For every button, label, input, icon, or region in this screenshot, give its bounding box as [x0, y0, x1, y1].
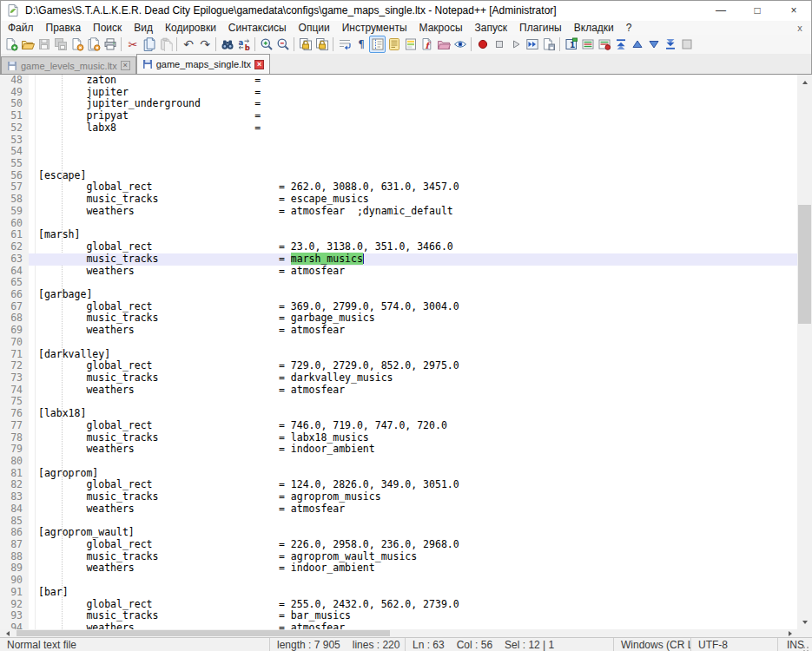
code-text[interactable] [29, 135, 797, 147]
status-typing-mode[interactable]: INS [777, 638, 812, 651]
menu-search[interactable]: Поиск [87, 21, 128, 35]
code-text[interactable]: global_rect = 124.0, 2826.0, 349.0, 3051… [29, 479, 797, 491]
tab-close-icon[interactable]: × [254, 60, 264, 69]
close-all-button[interactable] [85, 36, 102, 53]
code-text[interactable] [29, 146, 797, 158]
code-text[interactable]: weathers = atmosfear [29, 325, 797, 337]
function-list-button[interactable]: f [419, 36, 435, 53]
code-text[interactable] [29, 575, 797, 587]
sync-horizontal-scrolling-button[interactable] [314, 36, 330, 53]
code-text[interactable]: [escape] [29, 170, 797, 182]
document-map-button[interactable] [386, 36, 402, 53]
tab-game-levels-music[interactable]: game_levels_music.ltx× [1, 56, 136, 74]
redo-button[interactable]: ↷ [196, 36, 213, 53]
save-recorded-macro-button[interactable] [540, 36, 557, 53]
code-text[interactable]: labx8 = [29, 122, 797, 135]
menu-help[interactable]: ? [620, 21, 638, 35]
menu-macro[interactable]: Макросы [413, 21, 469, 35]
code-text[interactable]: [agroprom] [29, 468, 797, 480]
tab-game-maps-single[interactable]: game_maps_single.ltx× [136, 54, 270, 74]
zoom-in-button[interactable] [258, 36, 274, 53]
show-all-characters-button[interactable]: ¶ [353, 36, 369, 53]
vertical-scrollbar-thumb[interactable] [798, 205, 811, 324]
close-button[interactable]: × [776, 0, 812, 21]
undo-button[interactable]: ↶ [180, 36, 196, 53]
code-text[interactable]: weathers = atmosfear ;dynamic_default [29, 206, 797, 218]
menu-edit[interactable]: Правка [40, 21, 88, 35]
scroll-up-arrow[interactable] [797, 75, 812, 89]
code-text[interactable]: global_rect = 262.0, 3088.0, 631.0, 3457… [29, 181, 797, 194]
horizontal-scrollbar-thumb[interactable] [17, 630, 390, 636]
vertical-scrollbar[interactable] [797, 75, 812, 629]
save-all-button[interactable] [52, 36, 69, 53]
menu-file[interactable]: Файл [2, 21, 40, 35]
start-recording-macro-button[interactable] [474, 36, 491, 53]
code-text[interactable]: [agroprom_wault] [29, 527, 797, 539]
horizontal-scrollbar[interactable] [0, 629, 797, 637]
cut-button[interactable]: ✂ [124, 36, 141, 53]
find-button[interactable] [219, 36, 235, 53]
code-text[interactable]: weathers = atmosfear [29, 622, 797, 629]
editor[interactable]: 48 zaton =49 jupiter =50 jupiter_undergr… [0, 74, 812, 637]
copy-button[interactable] [141, 36, 157, 53]
code-text[interactable] [29, 218, 797, 230]
text-area[interactable]: 48 zaton =49 jupiter =50 jupiter_undergr… [0, 75, 797, 629]
resize-grip[interactable] [807, 647, 809, 648]
code-text[interactable]: jupiter = [29, 87, 797, 99]
code-text[interactable]: jupiter_underground = [29, 98, 797, 110]
selected-text[interactable]: marsh_musics [291, 253, 363, 265]
code-text[interactable]: music_tracks = agroprom_musics [29, 491, 797, 503]
code-text[interactable]: [darkvalley] [29, 349, 797, 361]
code-text[interactable]: weathers = indoor_ambient [29, 562, 797, 575]
menu-window[interactable]: Вкладки [568, 21, 620, 35]
code-text[interactable]: music_tracks = darkvalley_musics [29, 372, 797, 385]
zoom-out-button[interactable] [274, 36, 291, 53]
code-text[interactable]: global_rect = 226.0, 2958.0, 236.0, 2968… [29, 539, 797, 551]
plugin-collapse-top-button[interactable] [612, 36, 629, 53]
new-file-button[interactable] [3, 36, 19, 53]
plugin-list-red-dot-button[interactable] [596, 36, 612, 53]
code-text[interactable] [29, 337, 797, 349]
word-wrap-button[interactable] [336, 36, 353, 53]
tab-close-icon[interactable]: × [121, 61, 130, 70]
menu-tools[interactable]: Инструменты [336, 21, 413, 35]
menu-encoding[interactable]: Кодировки [159, 21, 222, 35]
code-text[interactable]: [bar] [29, 587, 797, 599]
close-file-button[interactable] [69, 36, 85, 53]
menu-settings[interactable]: Опции [293, 21, 336, 35]
open-file-button[interactable] [19, 36, 36, 53]
code-text[interactable]: global_rect = 729.0, 2729.0, 852.0, 2975… [29, 360, 797, 372]
sync-vertical-scrolling-button[interactable] [297, 36, 314, 53]
scroll-down-arrow[interactable] [797, 615, 812, 629]
code-text[interactable] [29, 456, 797, 468]
document-list-button[interactable] [402, 36, 419, 53]
status-eol-format[interactable]: Windows (CR LF) [613, 638, 690, 651]
code-text[interactable]: global_rect = 369.0, 2799.0, 574.0, 3004… [29, 301, 797, 313]
code-text[interactable]: music_tracks = garbage_musics [29, 312, 797, 325]
code-text[interactable]: weathers = atmosfear [29, 266, 797, 278]
plugin-move-down-button[interactable] [645, 36, 662, 53]
code-text[interactable] [29, 158, 797, 170]
status-encoding[interactable]: UTF-8 [690, 638, 777, 651]
code-text[interactable]: [labx18] [29, 408, 797, 420]
playback-macro-button[interactable] [507, 36, 524, 53]
plugin-list-green-button[interactable] [579, 36, 596, 53]
code-text[interactable]: music_tracks = agroprom_wault_musics [29, 551, 797, 563]
code-text[interactable]: global_rect = 23.0, 3138.0, 351.0, 3466.… [29, 241, 797, 253]
plugin-move-up-button[interactable] [629, 36, 645, 53]
code-text[interactable]: zaton = [29, 75, 797, 87]
code-text[interactable]: weathers = atmosfear [29, 385, 797, 397]
code-text[interactable]: music_tracks = labx18_musics [29, 432, 797, 444]
code-text[interactable]: music_tracks = escape_musics [29, 194, 797, 206]
close-document-button[interactable]: x [793, 22, 807, 34]
plugin-collapse-bottom-button[interactable] [662, 36, 678, 53]
plugin-first-view-button[interactable]: 1 [563, 36, 579, 53]
menu-plugins[interactable]: Плагины [513, 21, 568, 35]
maximize-button[interactable]: □ [739, 0, 776, 21]
run-macro-multiple-times-button[interactable] [524, 36, 540, 53]
replace-button[interactable]: ab [235, 36, 252, 53]
code-text[interactable]: global_rect = 255.0, 2432.0, 562.0, 2739… [29, 599, 797, 611]
code-text[interactable]: [garbage] [29, 289, 797, 301]
plugin-list-multi-button[interactable] [678, 36, 695, 53]
code-text[interactable] [29, 516, 797, 528]
